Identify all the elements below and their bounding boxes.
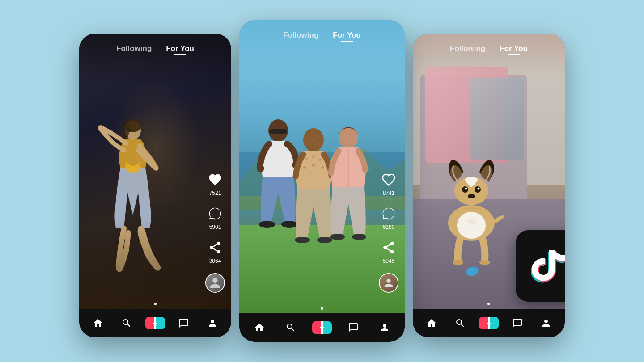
right-top-nav: Following For You xyxy=(413,34,565,59)
center-share-count: 5045 xyxy=(383,258,395,264)
svg-point-13 xyxy=(303,166,306,169)
center-foryou-tab[interactable]: For You xyxy=(333,31,361,40)
tiktok-logo-icon xyxy=(529,244,565,288)
svg-point-25 xyxy=(462,186,468,193)
svg-point-12 xyxy=(319,158,322,161)
center-share-icon xyxy=(380,239,397,256)
center-progress-dot xyxy=(321,307,323,310)
center-plus-button[interactable] xyxy=(312,321,332,334)
tiktok-logo-overlay xyxy=(516,230,565,302)
svg-point-28 xyxy=(478,187,480,189)
center-like-count: 8741 xyxy=(383,190,395,196)
right-foryou-tab[interactable]: For You xyxy=(500,44,528,53)
left-profile-tab[interactable] xyxy=(198,318,227,328)
left-following-tab[interactable]: Following xyxy=(116,44,152,53)
right-following-tab[interactable]: Following xyxy=(450,44,485,53)
left-creator-avatar[interactable] xyxy=(205,273,225,293)
center-creator-avatar[interactable] xyxy=(379,273,398,293)
center-progress xyxy=(239,307,405,310)
share-icon xyxy=(207,239,224,256)
left-home-tab[interactable] xyxy=(84,318,112,328)
svg-point-21 xyxy=(352,234,366,240)
left-plus-tab[interactable] xyxy=(141,317,169,329)
left-like-count: 7521 xyxy=(209,190,221,196)
svg-point-16 xyxy=(295,237,310,243)
right-progress xyxy=(413,303,565,305)
center-top-nav: Following For You xyxy=(239,20,405,45)
right-progress-dot xyxy=(487,303,490,305)
svg-point-4 xyxy=(259,221,275,228)
center-search-tab[interactable] xyxy=(275,322,306,333)
center-comment-count: 6180 xyxy=(383,224,395,230)
left-comment-action[interactable]: 5901 xyxy=(207,205,224,230)
svg-point-14 xyxy=(312,164,315,167)
center-home-tab[interactable] xyxy=(244,322,275,333)
svg-rect-3 xyxy=(269,129,287,134)
center-bottom-nav xyxy=(239,313,405,342)
center-share-action[interactable]: 5045 xyxy=(380,239,397,264)
left-share-action[interactable]: 3064 xyxy=(207,239,224,264)
left-top-nav: Following For You xyxy=(79,34,231,59)
left-plus-button[interactable] xyxy=(145,317,165,329)
left-foryou-tab[interactable]: For You xyxy=(166,44,194,53)
right-message-tab[interactable] xyxy=(503,318,532,328)
svg-point-31 xyxy=(479,260,490,265)
left-progress-dot xyxy=(154,303,157,305)
center-following-tab[interactable]: Following xyxy=(283,31,318,40)
svg-point-15 xyxy=(321,166,324,169)
left-message-tab[interactable] xyxy=(169,318,198,328)
center-like-action[interactable]: 8741 xyxy=(380,171,397,196)
svg-point-20 xyxy=(330,234,345,240)
left-side-actions: 7521 5901 3064 xyxy=(205,171,225,293)
phone-center: Following For You 8741 6180 xyxy=(239,20,405,342)
svg-point-11 xyxy=(312,155,315,158)
center-heart-icon xyxy=(380,171,397,188)
comment-icon xyxy=(207,205,224,222)
right-plus-tab[interactable] xyxy=(475,317,503,329)
svg-point-10 xyxy=(305,157,308,160)
left-like-action[interactable]: 7521 xyxy=(207,171,224,196)
left-search-tab[interactable] xyxy=(112,318,141,328)
phone-left: Following For You 7521 5901 xyxy=(79,34,231,337)
heart-icon xyxy=(207,171,224,188)
center-plus-tab[interactable] xyxy=(306,321,338,334)
left-bottom-nav xyxy=(79,309,231,337)
phone-right: Following For You 4367 xyxy=(413,34,565,337)
center-side-actions: 8741 6180 5045 xyxy=(379,171,398,293)
right-home-tab[interactable] xyxy=(417,318,446,328)
right-search-tab[interactable] xyxy=(446,318,475,328)
right-bottom-nav xyxy=(413,309,565,337)
center-comment-icon xyxy=(380,205,397,222)
right-plus-button[interactable] xyxy=(479,317,499,329)
svg-point-27 xyxy=(465,187,467,189)
phones-container: Following For You 7521 5901 xyxy=(79,20,565,342)
left-progress xyxy=(79,303,231,305)
svg-point-30 xyxy=(453,260,463,265)
right-profile-tab[interactable] xyxy=(532,318,560,328)
center-profile-tab[interactable] xyxy=(369,322,400,333)
svg-point-29 xyxy=(468,194,475,198)
svg-point-26 xyxy=(475,186,481,193)
svg-point-23 xyxy=(457,212,486,239)
left-comment-count: 5901 xyxy=(209,224,221,230)
center-message-tab[interactable] xyxy=(338,322,369,333)
left-share-count: 3064 xyxy=(209,258,221,264)
center-comment-action[interactable]: 6180 xyxy=(380,205,397,230)
